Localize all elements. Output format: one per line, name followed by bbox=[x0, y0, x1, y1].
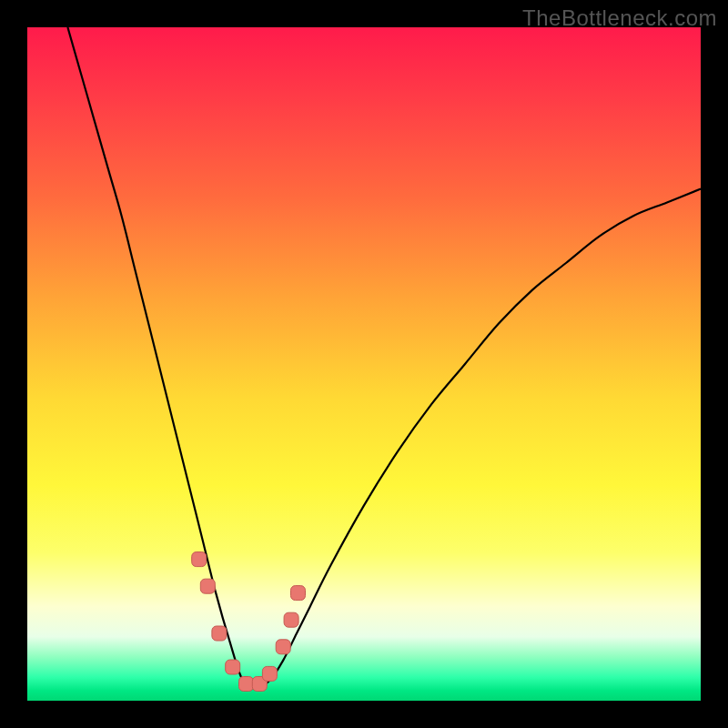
data-marker bbox=[276, 640, 290, 654]
gradient-background bbox=[27, 27, 701, 701]
data-marker bbox=[284, 612, 298, 627]
data-marker bbox=[200, 579, 215, 593]
data-marker bbox=[239, 677, 254, 692]
bottleneck-chart bbox=[27, 27, 701, 701]
plot-area bbox=[27, 27, 701, 701]
data-marker bbox=[192, 552, 207, 567]
data-marker bbox=[262, 666, 277, 681]
data-marker bbox=[290, 586, 305, 601]
chart-frame: TheBottleneck.com bbox=[0, 0, 728, 728]
data-marker bbox=[212, 626, 227, 641]
watermark-text: TheBottleneck.com bbox=[522, 5, 717, 31]
data-marker bbox=[226, 660, 240, 674]
